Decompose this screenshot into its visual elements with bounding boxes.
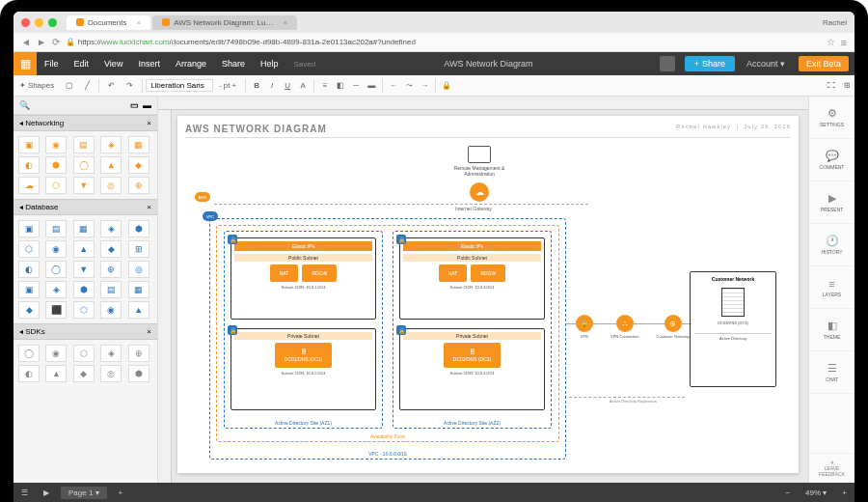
shape-item[interactable]: ◐	[18, 365, 40, 382]
shape-item[interactable]: ◆	[128, 156, 149, 174]
undo-button[interactable]: ↶	[102, 81, 121, 90]
shape-item[interactable]: ⬡	[45, 177, 67, 194]
close-icon[interactable]: ×	[147, 203, 151, 211]
canvas-area[interactable]: AWS NETWORK DIAGRAM Rachel Hawkley | Jul…	[158, 97, 808, 483]
shape-item[interactable]: ◯	[45, 261, 67, 278]
lucidchart-logo[interactable]: ▦	[14, 52, 37, 75]
shape-item[interactable]: ▼	[73, 261, 95, 278]
browser-tab-2[interactable]: AWS Network Diagram: Lu…×	[152, 15, 297, 30]
align-button[interactable]: ≡	[317, 78, 333, 94]
url-field[interactable]: https://www.lucidchart.com/documents/edi…	[78, 38, 827, 46]
reload-button[interactable]: ⟳	[52, 37, 60, 47]
maximize-window[interactable]	[48, 18, 57, 27]
shape-item[interactable]: ▦	[73, 220, 95, 237]
cgw-node[interactable]: ⊕Customer Gateway	[657, 315, 690, 339]
menu-edit[interactable]: Edit	[67, 59, 97, 69]
shape-item[interactable]: ⬢	[128, 220, 149, 237]
pan-tool[interactable]: ▢	[60, 81, 79, 90]
expand-button[interactable]: ⛶	[824, 78, 839, 94]
chat-tab[interactable]: ☰CHAT	[809, 351, 854, 394]
shape-item[interactable]: ◎	[100, 177, 122, 194]
settings-tab[interactable]: ⚙SETTINGS	[809, 97, 854, 139]
vpg-node[interactable]: 🔒VPG	[576, 315, 593, 339]
layers-tab[interactable]: ≡LAYERS	[809, 266, 854, 309]
shape-item[interactable]: ⬢	[128, 365, 149, 382]
customer-network[interactable]: Customer Network DC03/DNS (DC3) Active D…	[690, 271, 776, 387]
theme-tab[interactable]: ◧THEME	[809, 309, 854, 351]
redo-button[interactable]: ↷	[121, 81, 139, 90]
nat-node[interactable]: NAT	[439, 265, 468, 282]
shape-item[interactable]: ⬛	[45, 301, 67, 319]
arrow-end[interactable]: →	[417, 78, 432, 94]
dc-node[interactable]: 🗄DC01/DNS (DC1)	[275, 343, 332, 368]
shape-item[interactable]: ▦	[128, 136, 149, 153]
close-icon[interactable]: ×	[147, 327, 151, 336]
menu-arrange[interactable]: Arrange	[168, 59, 214, 69]
browser-profile[interactable]: Rachel	[823, 18, 847, 27]
shape-item[interactable]: ⊕	[128, 177, 149, 194]
line-type[interactable]: ⤳	[401, 78, 417, 94]
arrow-start[interactable]: ←	[386, 78, 401, 94]
section-database[interactable]: ◂ Database×	[14, 199, 157, 215]
zoom-level[interactable]: 49% ▾	[798, 488, 834, 497]
add-page[interactable]: +	[111, 488, 131, 497]
browser-tab-1[interactable]: Documents×	[67, 15, 150, 30]
shape-item[interactable]: ◆	[18, 301, 40, 319]
shape-item[interactable]: ⬢	[73, 281, 95, 298]
shape-item[interactable]: ◉	[45, 136, 67, 153]
history-tab[interactable]: 🕐HISTORY	[809, 224, 854, 266]
shapes-toggle[interactable]: ✦Shapes	[14, 81, 60, 90]
rdgw-node[interactable]: RDGW	[471, 265, 505, 282]
remote-management-node[interactable]: Remote Management & Administration	[446, 146, 513, 177]
shape-item[interactable]: ▣	[18, 281, 40, 298]
shape-item[interactable]: ◉	[45, 345, 67, 362]
zoom-out[interactable]: −	[777, 488, 798, 497]
feedback-link[interactable]: ✈LEAVE FEEDBACK	[809, 453, 854, 483]
shape-item[interactable]: ◐	[18, 156, 40, 174]
private-subnet-2[interactable]: 🔒 Private Subnet 🗄DC02/DNS (DC2) Subnet …	[399, 328, 545, 410]
shape-item[interactable]: ◐	[18, 261, 40, 278]
shape-item[interactable]: ▣	[18, 220, 40, 237]
menu-view[interactable]: View	[96, 59, 130, 69]
close-tab-icon[interactable]: ×	[283, 18, 287, 27]
underline-button[interactable]: U	[280, 78, 295, 94]
user-avatar[interactable]	[660, 56, 675, 71]
shape-item[interactable]: ◎	[100, 365, 122, 382]
close-icon[interactable]: ×	[147, 119, 151, 127]
shape-item[interactable]: ☁	[18, 177, 40, 194]
aws-badge[interactable]: AWS	[195, 192, 210, 202]
shape-item[interactable]: ▲	[73, 240, 95, 258]
shape-item[interactable]: ▲	[100, 156, 122, 174]
forward-button[interactable]: ►	[37, 37, 46, 47]
shape-item[interactable]: ◆	[73, 365, 95, 382]
minimize-window[interactable]	[35, 18, 43, 27]
shape-item[interactable]: ▲	[45, 365, 67, 382]
menu-file[interactable]: File	[37, 59, 67, 69]
diagram-title[interactable]: AWS NETWORK DIAGRAM	[185, 124, 327, 134]
document-title[interactable]: AWS Network Diagram	[323, 59, 653, 69]
shape-item[interactable]: ⬡	[73, 345, 95, 362]
menu-help[interactable]: Help	[253, 59, 286, 69]
back-button[interactable]: ◄	[21, 37, 31, 47]
line-tool[interactable]: ╱	[79, 81, 95, 90]
shape-item[interactable]: ▼	[73, 177, 95, 194]
shape-item[interactable]: ▣	[18, 136, 40, 153]
shape-item[interactable]: ⊕	[100, 261, 122, 278]
bold-button[interactable]: B	[249, 78, 264, 94]
close-tab-icon[interactable]: ×	[136, 18, 141, 27]
section-networking[interactable]: ◂ Networking×	[14, 115, 157, 131]
shape-mode-icon[interactable]: ▭	[130, 100, 139, 110]
fill-color[interactable]: ◧	[333, 78, 348, 94]
font-select[interactable]	[146, 79, 213, 92]
shape-item[interactable]: ◉	[100, 301, 122, 319]
italic-button[interactable]: I	[264, 78, 280, 94]
shape-item[interactable]: ◉	[45, 240, 67, 258]
exit-beta-button[interactable]: Exit Beta	[799, 56, 849, 71]
ad-site-2[interactable]: Active Directory Site (AZ2) 🔒 Elastic IP…	[393, 231, 552, 429]
shape-item[interactable]: ◯	[18, 345, 40, 362]
font-size[interactable]: - pt +	[213, 81, 242, 90]
dc-node[interactable]: 🗄DC02/DNS (DC2)	[444, 343, 501, 368]
menu-share[interactable]: Share	[214, 59, 253, 69]
public-subnet-2[interactable]: 🔒 Elastic IPs Public Subnet NAT RDGW Sub…	[399, 237, 545, 320]
grid-button[interactable]: ⊞	[839, 78, 854, 94]
